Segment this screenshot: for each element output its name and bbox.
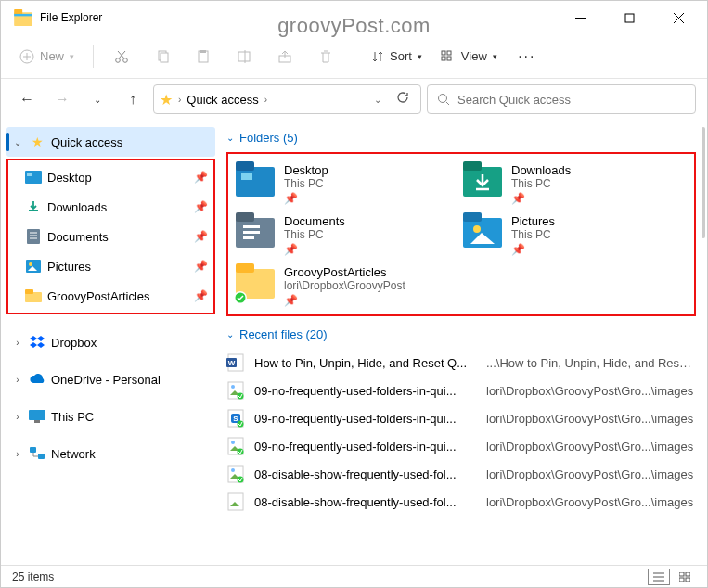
image-file-icon xyxy=(226,437,245,455)
sidebar-item-label: This PC xyxy=(51,410,94,424)
file-path: lori\Dropbox\GroovyPost\Gro...\images xyxy=(486,495,696,509)
image-file-icon xyxy=(226,381,245,400)
svg-point-10 xyxy=(116,58,121,62)
maximize-button[interactable] xyxy=(609,4,650,32)
more-button[interactable]: ··· xyxy=(510,42,544,71)
sidebar-item-quick-access[interactable]: ⌄ ★ Quick access xyxy=(6,127,215,157)
svg-rect-40 xyxy=(38,454,45,459)
list-item[interactable]: 08-disable-show-frequently-used-fol...lo… xyxy=(226,460,696,488)
share-button[interactable] xyxy=(268,42,302,71)
sidebar-item-onedrive[interactable]: › OneDrive - Personal xyxy=(6,364,215,394)
view-label: View xyxy=(461,49,487,63)
annotation-box: Desktop 📌 Downloads 📌 Documents 📌 Pictur… xyxy=(6,159,215,314)
sidebar-item-label: Network xyxy=(51,447,96,461)
breadcrumb[interactable]: Quick access xyxy=(187,93,258,107)
search-box[interactable] xyxy=(427,84,696,114)
new-button[interactable]: New ▾ xyxy=(12,45,82,68)
recent-section-header[interactable]: ⌄ Recent files (20) xyxy=(219,324,703,345)
pin-icon: 📌 xyxy=(284,192,328,205)
section-label: Recent files (20) xyxy=(239,327,328,341)
thumbnails-view-button[interactable] xyxy=(674,569,696,585)
pin-icon: 📌 xyxy=(511,192,571,205)
sidebar-item-label: OneDrive - Personal xyxy=(51,373,161,387)
paste-button[interactable] xyxy=(187,42,220,71)
sidebar-item-documents[interactable]: Documents 📌 xyxy=(8,222,213,251)
chevron-right-icon: › xyxy=(12,449,23,459)
search-icon xyxy=(437,93,450,106)
folder-tile-desktop[interactable]: DesktopThis PC📌 xyxy=(234,160,452,207)
forward-button[interactable]: → xyxy=(47,84,77,114)
chevron-down-icon: ⌄ xyxy=(226,133,234,143)
pin-icon: 📌 xyxy=(511,243,555,256)
list-item[interactable]: S09-no-frequently-used-folders-in-qui...… xyxy=(226,404,696,432)
list-item[interactable]: 09-no-frequently-used-folders-in-qui...l… xyxy=(226,377,696,404)
sidebar-item-label: Pictures xyxy=(47,260,91,274)
content-pane: ⌄ Folders (5) DesktopThis PC📌 DownloadsT… xyxy=(219,120,707,567)
sidebar-item-label: Dropbox xyxy=(51,336,97,350)
svg-text:W: W xyxy=(228,359,236,367)
copy-button[interactable] xyxy=(146,42,179,71)
svg-rect-2 xyxy=(14,14,32,16)
file-path: lori\Dropbox\GroovyPost\Gro...\images xyxy=(486,467,696,481)
sidebar-item-network[interactable]: › Network xyxy=(6,439,215,468)
svg-rect-24 xyxy=(447,57,451,60)
sidebar-item-pictures[interactable]: Pictures 📌 xyxy=(8,251,213,281)
pictures-icon xyxy=(463,212,502,248)
sidebar-item-downloads[interactable]: Downloads 📌 xyxy=(8,192,213,222)
sidebar-item-label: Quick access xyxy=(51,135,122,149)
view-icon xyxy=(441,50,456,63)
snagit-file-icon: S xyxy=(226,409,245,428)
folder-location: This PC xyxy=(284,177,328,190)
svg-rect-17 xyxy=(200,50,206,53)
dropbox-icon xyxy=(30,336,45,349)
svg-point-11 xyxy=(123,58,128,62)
scrollbar[interactable] xyxy=(702,127,705,238)
chevron-down-icon[interactable]: ⌄ xyxy=(368,91,387,109)
search-input[interactable] xyxy=(457,93,686,107)
svg-rect-45 xyxy=(463,161,482,171)
pin-icon: 📌 xyxy=(194,200,208,213)
address-box[interactable]: ★ › Quick access › ⌄ xyxy=(153,84,421,114)
svg-rect-37 xyxy=(29,410,45,420)
sidebar-item-desktop[interactable]: Desktop 📌 xyxy=(8,162,213,192)
folder-tile-documents[interactable]: DocumentsThis PC📌 xyxy=(234,211,452,258)
svg-line-26 xyxy=(446,102,449,105)
folder-tile-pictures[interactable]: PicturesThis PC📌 xyxy=(461,211,679,258)
details-view-button[interactable] xyxy=(648,569,670,585)
back-button[interactable]: ← xyxy=(12,84,42,114)
svg-point-53 xyxy=(473,225,481,233)
up-button[interactable]: ↑ xyxy=(118,84,148,114)
sort-label: Sort xyxy=(390,49,412,63)
cut-button[interactable] xyxy=(105,42,138,71)
folder-tile-downloads[interactable]: DownloadsThis PC📌 xyxy=(461,160,679,207)
sidebar-item-groovypost[interactable]: GroovyPostArticles 📌 xyxy=(8,281,213,311)
list-item[interactable]: WHow to Pin, Unpin, Hide, and Reset Q...… xyxy=(226,349,696,377)
sidebar-item-label: Downloads xyxy=(47,200,107,214)
rename-button[interactable] xyxy=(227,42,261,71)
sort-button[interactable]: Sort ▾ xyxy=(366,45,428,67)
folder-name: Downloads xyxy=(511,163,571,177)
desktop-icon xyxy=(25,171,42,184)
pc-icon xyxy=(29,410,45,423)
svg-rect-29 xyxy=(27,229,40,244)
refresh-button[interactable] xyxy=(391,87,415,111)
folders-section-header[interactable]: ⌄ Folders (5) xyxy=(219,127,703,148)
folder-tile-groovypost[interactable]: GroovyPostArticleslori\Dropbox\GroovyPos… xyxy=(234,262,689,309)
download-icon xyxy=(26,199,41,214)
minimize-button[interactable] xyxy=(560,4,601,32)
sync-check-icon xyxy=(234,291,247,304)
pin-icon: 📌 xyxy=(194,230,208,243)
sidebar-item-this-pc[interactable]: › This PC xyxy=(6,402,215,431)
downloads-icon xyxy=(463,161,502,197)
star-icon: ★ xyxy=(29,134,45,150)
view-button[interactable]: View ▾ xyxy=(435,45,503,67)
sidebar-item-dropbox[interactable]: › Dropbox xyxy=(6,327,215,357)
delete-button[interactable] xyxy=(309,42,342,71)
pin-icon: 📌 xyxy=(194,171,208,184)
list-item[interactable]: 08-disable-show-frequently-used-fol...lo… xyxy=(226,488,696,516)
svg-rect-50 xyxy=(243,236,254,239)
svg-rect-55 xyxy=(236,263,254,273)
close-button[interactable] xyxy=(658,4,700,32)
recent-locations-button[interactable]: ⌄ xyxy=(83,84,112,114)
list-item[interactable]: 09-no-frequently-used-folders-in-qui...l… xyxy=(226,432,696,460)
